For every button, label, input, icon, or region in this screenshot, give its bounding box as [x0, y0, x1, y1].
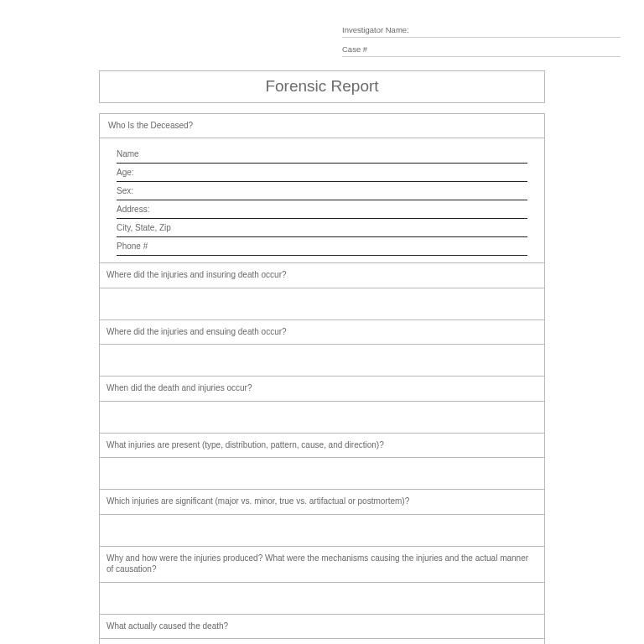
- answer-when[interactable]: [100, 402, 544, 434]
- question-injuries-significant: Which injuries are significant (major vs…: [100, 490, 544, 515]
- report-title: Forensic Report: [99, 70, 545, 103]
- answer-injuries-present[interactable]: [100, 458, 544, 490]
- header-fields: Investigator Name: Case #: [342, 23, 621, 57]
- answer-injuries-ensuing[interactable]: [100, 345, 544, 377]
- answer-injuries-significant[interactable]: [100, 515, 544, 547]
- deceased-phone-field[interactable]: Phone #: [117, 237, 527, 256]
- answer-cause-of-death[interactable]: [100, 639, 544, 644]
- deceased-address-field[interactable]: Address:: [117, 200, 527, 219]
- answer-why-how[interactable]: [100, 583, 544, 615]
- investigator-name-field[interactable]: Investigator Name:: [342, 23, 621, 38]
- deceased-city-state-zip-field[interactable]: City, State, Zip: [117, 219, 527, 237]
- deceased-name-field[interactable]: Name: [117, 145, 527, 164]
- deceased-section-heading: Who Is the Deceased?: [100, 114, 544, 138]
- deceased-fields: Name Age: Sex: Address: City, State, Zip…: [100, 138, 544, 263]
- deceased-age-field[interactable]: Age:: [117, 164, 527, 182]
- report-body: Who Is the Deceased? Name Age: Sex: Addr…: [99, 113, 545, 644]
- question-injuries-present: What injuries are present (type, distrib…: [100, 434, 544, 459]
- question-why-how: Why and how were the injuries produced? …: [100, 547, 544, 583]
- question-cause-of-death: What actually caused the death?: [100, 615, 544, 640]
- question-when: When did the death and injuries occur?: [100, 377, 544, 402]
- answer-injuries-insuring[interactable]: [100, 288, 544, 320]
- question-injuries-ensuing: Where did the injuries and ensuing death…: [100, 320, 544, 345]
- deceased-sex-field[interactable]: Sex:: [117, 182, 527, 200]
- case-number-field[interactable]: Case #: [342, 43, 621, 57]
- question-injuries-insuring: Where did the injuries and insuring deat…: [100, 263, 544, 288]
